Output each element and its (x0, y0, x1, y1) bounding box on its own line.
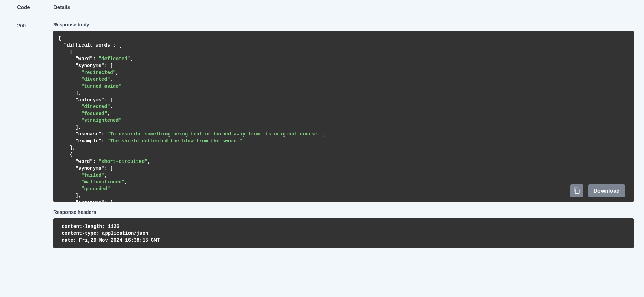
clipboard-icon (573, 187, 580, 195)
response-body-label: Response body (53, 22, 634, 27)
response-body-content[interactable]: { "difficult_words": [ { "word": "deflec… (53, 31, 634, 202)
response-headers-content[interactable]: content-length: 1126 content-type: appli… (53, 218, 634, 248)
response-table-header: Code Details (17, 0, 634, 15)
response-headers-label: Response headers (53, 209, 634, 215)
copy-button[interactable] (570, 184, 583, 197)
response-row: 200 Response body { "difficult_words": [… (17, 22, 634, 248)
status-code: 200 (17, 22, 53, 248)
details-column-header: Details (53, 4, 70, 10)
code-column-header: Code (17, 4, 53, 10)
download-button[interactable]: Download (588, 184, 625, 197)
